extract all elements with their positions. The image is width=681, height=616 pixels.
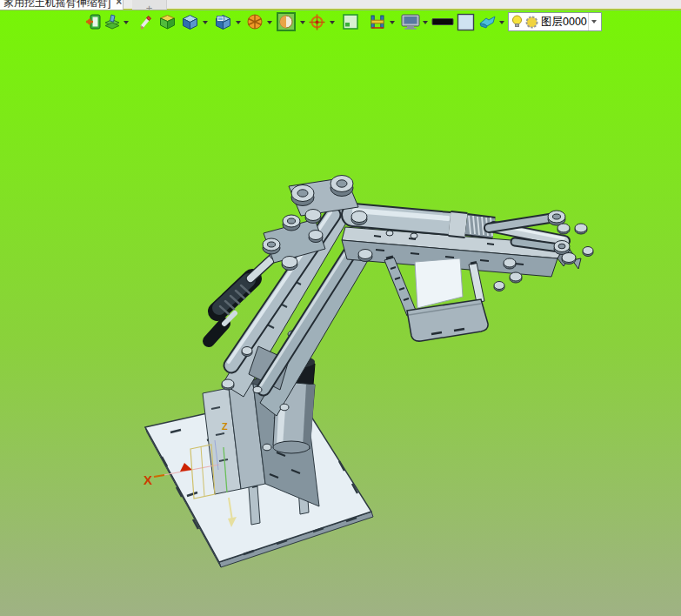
brush-icon[interactable] — [137, 12, 155, 31]
main-toolbar: 图层0000 — [0, 12, 681, 33]
layer-dropdown-caret-icon[interactable] — [588, 13, 598, 30]
excavator-arm-model[interactable]: X Z — [0, 10, 681, 616]
tab-bar: 家用挖土机摇臂伸缩臂] × + — [0, 0, 681, 10]
dropdown-caret-icon[interactable] — [328, 19, 336, 26]
tab-close-icon[interactable]: × — [116, 0, 122, 8]
dropdown-caret-icon[interactable] — [497, 19, 505, 26]
orientation-compass-icon[interactable] — [308, 12, 326, 31]
dropdown-caret-icon[interactable] — [201, 19, 209, 26]
dropdown-caret-icon[interactable] — [122, 19, 130, 26]
dropdown-caret-icon[interactable] — [421, 19, 429, 26]
layer-color-icon — [525, 16, 538, 29]
visual-style-icon[interactable] — [478, 12, 497, 31]
color-swatch[interactable] — [457, 12, 475, 31]
dropdown-caret-icon[interactable] — [234, 19, 242, 26]
bucket-frame[interactable] — [384, 257, 488, 341]
draft-layers-icon[interactable] — [103, 12, 121, 31]
bulb-icon — [511, 15, 523, 29]
tab-document[interactable]: 家用挖土机摇臂伸缩臂] × — [0, 0, 124, 10]
section-bars-icon[interactable] — [368, 12, 386, 31]
new-tab-button[interactable]: + — [132, 0, 167, 10]
x-axis-label: X — [144, 472, 152, 487]
viewport-frame-icon[interactable] — [341, 12, 359, 31]
dropdown-caret-icon[interactable] — [298, 19, 306, 26]
render-ball-icon[interactable] — [245, 12, 264, 31]
shaded-sphere-icon[interactable] — [276, 12, 297, 31]
dropdown-caret-icon[interactable] — [265, 19, 273, 26]
z-axis-label: Z — [222, 421, 228, 432]
material-box-icon[interactable] — [158, 12, 177, 31]
screen-display-icon[interactable] — [399, 12, 421, 31]
dropdown-caret-icon[interactable] — [388, 19, 396, 26]
tab-title: 家用挖土机摇臂伸缩臂] — [3, 0, 110, 10]
layer-selector[interactable]: 图层0000 — [508, 12, 602, 31]
3d-viewport[interactable]: X Z — [0, 10, 681, 616]
layer-selector-value: 图层0000 — [541, 15, 588, 30]
export-model-icon[interactable] — [83, 12, 102, 31]
display-mode-cube-icon[interactable] — [214, 12, 232, 31]
view-cube-icon[interactable] — [181, 12, 199, 31]
line-width-swatch[interactable] — [431, 12, 454, 31]
